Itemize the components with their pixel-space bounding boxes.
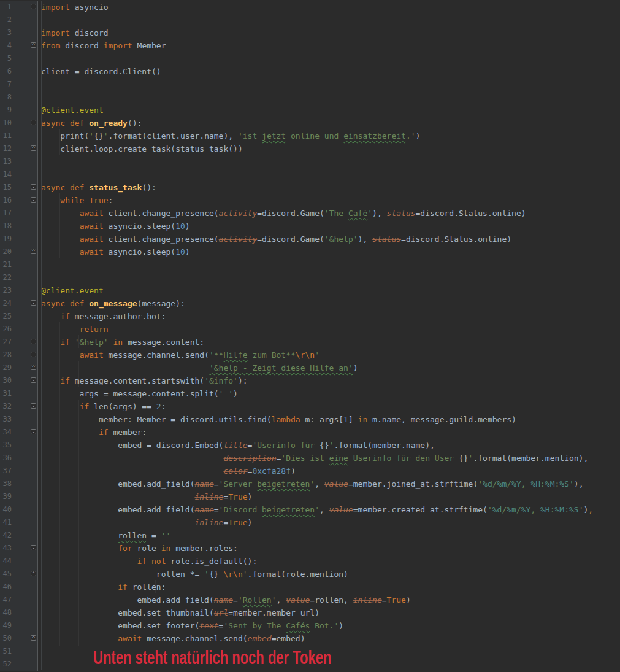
line-number[interactable]: 34 [0, 426, 12, 439]
gutter[interactable]: 26 [0, 323, 38, 336]
line-number[interactable]: 26 [0, 323, 12, 336]
gutter[interactable]: 11 [0, 129, 38, 142]
code-line[interactable]: 22 [0, 271, 620, 284]
line-number[interactable]: 2 [0, 14, 12, 26]
fold-start-icon[interactable]: - [31, 377, 36, 383]
gutter[interactable]: 9 [0, 104, 38, 117]
line-number[interactable]: 21 [0, 258, 12, 271]
fold-start-icon[interactable]: - [31, 339, 36, 344]
line-number[interactable]: 11 [0, 129, 12, 142]
line-number[interactable]: 32 [0, 400, 12, 413]
code-line[interactable]: 45^ rollen *= '{} \r\n'.format(role.ment… [0, 568, 620, 581]
line-number[interactable]: 42 [0, 529, 12, 542]
line-number[interactable]: 27 [0, 336, 12, 349]
gutter[interactable]: 45^ [0, 568, 38, 581]
gutter[interactable]: 22 [0, 271, 38, 284]
fold-end-icon[interactable]: ^ [31, 571, 36, 576]
code-line[interactable]: 5 [0, 52, 620, 65]
code-line[interactable]: 28- await message.channel.send('**Hilfe … [0, 349, 620, 361]
line-number[interactable]: 47 [0, 593, 12, 606]
code-line[interactable]: 8 [0, 91, 620, 104]
code-line[interactable]: 29^ '&help - Zeigt diese Hilfe an') [0, 361, 620, 374]
gutter[interactable]: 33 [0, 413, 38, 426]
code-line[interactable]: 48 embed.set_thumbnail(url=member.member… [0, 606, 620, 619]
gutter[interactable]: 28- [0, 349, 38, 361]
gutter[interactable]: 46 [0, 581, 38, 593]
gutter[interactable]: 40 [0, 503, 38, 516]
gutter[interactable]: 16- [0, 194, 38, 207]
code-line[interactable]: 38 embed.add_field(name='Server beigetre… [0, 477, 620, 490]
code-line[interactable]: 13 [0, 155, 620, 168]
line-number[interactable]: 40 [0, 503, 12, 516]
fold-start-icon[interactable]: - [31, 403, 36, 409]
code-line[interactable]: 32- if len(args) == 2: [0, 400, 620, 413]
line-number[interactable]: 1 [0, 1, 12, 14]
gutter[interactable]: 27- [0, 336, 38, 349]
line-number[interactable]: 43 [0, 542, 12, 555]
code-line[interactable]: 43- for role in member.roles: [0, 542, 620, 555]
code-line[interactable]: 47 embed.add_field(name='Rollen', value=… [0, 593, 620, 606]
line-number[interactable]: 49 [0, 619, 12, 632]
code-line[interactable]: 14 [0, 168, 620, 181]
code-line[interactable]: 44 if not role.is_default(): [0, 555, 620, 568]
line-number[interactable]: 33 [0, 413, 12, 426]
code-line[interactable]: 23@client.event [0, 284, 620, 297]
fold-start-icon[interactable]: - [31, 545, 36, 550]
gutter[interactable]: 34- [0, 426, 38, 439]
code-line[interactable]: 34- if member: [0, 426, 620, 439]
line-number[interactable]: 4 [0, 39, 12, 52]
code-line[interactable]: 27- if '&help' in message.content: [0, 336, 620, 349]
gutter[interactable]: 48 [0, 606, 38, 619]
fold-start-icon[interactable]: - [31, 300, 36, 306]
gutter[interactable]: 18 [0, 220, 38, 233]
code-line[interactable]: 41 inline=True) [0, 516, 620, 529]
line-number[interactable]: 28 [0, 349, 12, 361]
code-line[interactable]: 9@client.event [0, 104, 620, 117]
gutter[interactable]: 12^ [0, 142, 38, 155]
gutter[interactable]: 50^ [0, 632, 38, 645]
line-number[interactable]: 22 [0, 271, 12, 284]
line-number[interactable]: 52 [0, 658, 12, 671]
line-number[interactable]: 6 [0, 65, 12, 78]
code-line[interactable]: 40 embed.add_field(name='Discord beigetr… [0, 503, 620, 516]
line-number[interactable]: 23 [0, 284, 12, 297]
gutter[interactable]: 29^ [0, 361, 38, 374]
code-line[interactable]: 10-async def on_ready(): [0, 117, 620, 129]
line-number[interactable]: 14 [0, 168, 12, 181]
code-line[interactable]: 37 color=0xcfa28f) [0, 465, 620, 477]
code-line[interactable]: 39 inline=True) [0, 490, 620, 503]
line-number[interactable]: 5 [0, 52, 12, 65]
code-line[interactable]: 20^ await asyncio.sleep(10) [0, 245, 620, 258]
code-line[interactable]: 15-async def status_task(): [0, 181, 620, 194]
code-line[interactable]: 46 if rollen: [0, 581, 620, 593]
fold-end-icon[interactable]: ^ [31, 42, 36, 48]
gutter[interactable]: 13 [0, 155, 38, 168]
gutter[interactable]: 51 [0, 645, 38, 658]
code-line[interactable]: 25 if message.author.bot: [0, 310, 620, 323]
code-line[interactable]: 16- while True: [0, 194, 620, 207]
code-line[interactable]: 35 embed = discord.Embed(title='Userinfo… [0, 439, 620, 452]
gutter[interactable]: 25 [0, 310, 38, 323]
fold-start-icon[interactable]: - [31, 4, 36, 9]
gutter[interactable]: 32- [0, 400, 38, 413]
fold-end-icon[interactable]: ^ [31, 365, 36, 370]
code-line[interactable]: 24-async def on_message(message): [0, 297, 620, 310]
gutter[interactable]: 10- [0, 117, 38, 129]
fold-start-icon[interactable]: - [31, 120, 36, 125]
line-number[interactable]: 15 [0, 181, 12, 194]
gutter[interactable]: 47 [0, 593, 38, 606]
line-number[interactable]: 29 [0, 361, 12, 374]
code-line[interactable]: 42 rollen = '' [0, 529, 620, 542]
gutter[interactable]: 5 [0, 52, 38, 65]
gutter[interactable]: 8 [0, 91, 38, 104]
line-number[interactable]: 19 [0, 233, 12, 245]
gutter[interactable]: 52 [0, 658, 38, 671]
fold-start-icon[interactable]: - [31, 352, 36, 357]
gutter[interactable]: 36 [0, 452, 38, 465]
gutter[interactable]: 24- [0, 297, 38, 310]
code-line[interactable]: 1-import asyncio [0, 1, 620, 14]
line-number[interactable]: 35 [0, 439, 12, 452]
gutter[interactable]: 31 [0, 387, 38, 400]
line-number[interactable]: 37 [0, 465, 12, 477]
line-number[interactable]: 18 [0, 220, 12, 233]
